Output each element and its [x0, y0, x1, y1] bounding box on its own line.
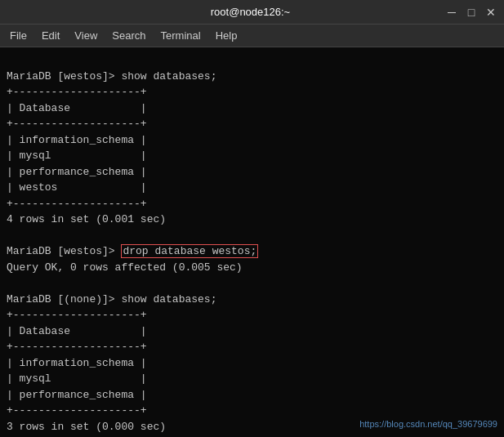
menu-edit[interactable]: Edit	[35, 28, 66, 43]
title-bar: root@node126:~ ─ □ ✕	[0, 0, 504, 25]
terminal-line-20: +--------------------+	[7, 404, 147, 417]
title-bar-controls: ─ □ ✕	[445, 6, 497, 19]
maximize-button[interactable]: □	[465, 6, 478, 19]
terminal-line-13: MariaDB [(none)]> show databases;	[7, 293, 216, 305]
minimize-button[interactable]: ─	[445, 6, 458, 19]
close-button[interactable]: ✕	[484, 6, 497, 19]
terminal-line-16: +--------------------+	[7, 341, 147, 353]
terminal-line-10: 4 rows in set (0.001 sec)	[7, 213, 166, 225]
terminal-line-6: | mysql |	[7, 149, 147, 162]
terminal-line-8: | westos |	[7, 181, 147, 194]
terminal-line-11: MariaDB [westos]> drop database westos;	[7, 244, 258, 258]
highlighted-command: drop database westos;	[121, 244, 258, 258]
terminal-line-18: | mysql |	[7, 372, 147, 385]
watermark: https://blog.csdn.net/qq_39679699	[359, 417, 497, 431]
terminal-line-15: | Database |	[7, 325, 147, 337]
menu-view[interactable]: View	[68, 28, 104, 43]
terminal-line-7: | performance_schema |	[7, 166, 147, 178]
menu-file[interactable]: File	[3, 28, 33, 43]
menu-search[interactable]: Search	[105, 28, 152, 43]
menu-help[interactable]: Help	[209, 28, 244, 43]
terminal-line-9: +--------------------+	[7, 198, 147, 210]
terminal-line-1: MariaDB [westos]> show databases;	[7, 70, 216, 82]
menu-terminal[interactable]: Terminal	[154, 28, 207, 43]
terminal-line-4: +--------------------+	[7, 118, 147, 130]
terminal-line-17: | information_schema |	[7, 357, 147, 369]
terminal-line-12: Query OK, 0 rows affected (0.005 sec)	[7, 261, 243, 274]
terminal-line-3: | Database |	[7, 102, 147, 114]
terminal-line-14: +--------------------+	[7, 309, 147, 321]
menu-bar: File Edit View Search Terminal Help	[0, 25, 504, 47]
terminal-line-5: | information_schema |	[7, 134, 147, 146]
terminal-line-2: +--------------------+	[7, 86, 147, 98]
terminal-line-19: | performance_schema |	[7, 389, 147, 401]
terminal-line-21: 3 rows in set (0.000 sec)	[7, 421, 166, 433]
terminal-body[interactable]: MariaDB [westos]> show databases; +-----…	[0, 47, 504, 437]
title-bar-title: root@node126:~	[56, 6, 445, 18]
